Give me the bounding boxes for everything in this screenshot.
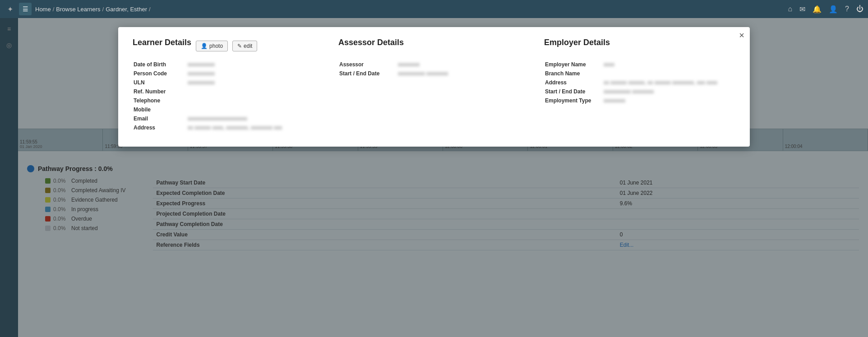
topbar: ✦ ☰ Home / Browse Learners / Gardner, Es… (0, 0, 868, 18)
breadcrumb-sep-3: / (149, 6, 151, 13)
breadcrumb-browse-learners[interactable]: Browse Learners (56, 6, 100, 13)
breadcrumb-home[interactable]: Home (35, 6, 51, 13)
home-icon[interactable]: ⌂ (788, 5, 792, 13)
topbar-icons: ⌂ ✉ 🔔 👤 ? ⏻ (788, 5, 863, 14)
bell-icon[interactable]: 🔔 (813, 5, 822, 14)
gear-icon: ✦ (5, 4, 15, 14)
breadcrumb-sep-1: / (53, 6, 55, 13)
topbar-left: ✦ ☰ Home / Browse Learners / Gardner, Es… (5, 3, 788, 15)
user-icon[interactable]: 👤 (829, 5, 838, 14)
breadcrumb: Home / Browse Learners / Gardner, Esther… (35, 6, 151, 13)
power-icon[interactable]: ⏻ (856, 5, 863, 13)
mail-icon[interactable]: ✉ (799, 5, 805, 14)
breadcrumb-learner-name[interactable]: Gardner, Esther (106, 6, 147, 13)
menu-button[interactable]: ☰ (19, 3, 32, 15)
help-icon[interactable]: ? (845, 5, 849, 13)
breadcrumb-sep-2: / (102, 6, 104, 13)
